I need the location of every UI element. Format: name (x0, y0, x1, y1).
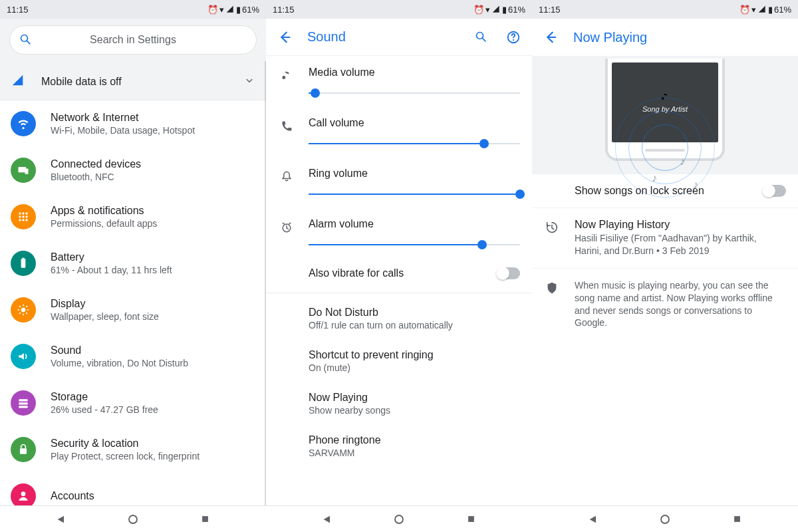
music-note-icon: ♪ (652, 172, 657, 184)
security-icon (11, 437, 36, 462)
banner-text: Mobile data is off (41, 76, 229, 88)
svg-rect-23 (19, 402, 27, 404)
option-subtitle: SARVAMM (309, 448, 520, 458)
back-arrow-icon (277, 30, 292, 45)
item-title: Accounts (51, 490, 255, 502)
nav-home-button[interactable] (127, 513, 139, 525)
nav-back-button[interactable] (587, 513, 599, 525)
storage-icon (11, 390, 36, 416)
option-subtitle: Show nearby songs (309, 405, 520, 416)
settings-main-pane: 11:15 ⏰ ▾ ▮ 61% Search in Settings Mobil… (0, 0, 266, 505)
battery-percent: 61% (242, 5, 259, 15)
settings-item-wifi[interactable]: Network & Internet Wi-Fi, Mobile, Data u… (0, 100, 266, 147)
signal-off-icon (11, 73, 27, 90)
back-button[interactable] (537, 24, 564, 51)
alarm-icon (278, 221, 295, 234)
volume-slider[interactable] (309, 237, 520, 253)
vibrate-for-calls-row[interactable]: Also vibrate for calls (266, 258, 532, 289)
status-indicators: ⏰ ▾ ▮ 61% (473, 5, 525, 15)
item-subtitle: 61% - About 1 day, 11 hrs left (51, 265, 255, 275)
help-button[interactable] (500, 24, 527, 51)
nav-recents-button[interactable] (465, 513, 477, 525)
settings-item-display[interactable]: Display Wallpaper, sleep, font size (0, 287, 266, 333)
item-title: Connected devices (51, 158, 255, 170)
now-playing-history-row[interactable]: Now Playing History Hasili Fisiliye (Fro… (532, 208, 798, 269)
sound-option-row[interactable]: Now Playing Show nearby songs (266, 382, 532, 425)
phone-icon (278, 120, 295, 133)
volume-slider[interactable] (309, 85, 520, 101)
nav-recents-button[interactable] (199, 513, 211, 525)
volume-slider[interactable] (309, 186, 520, 202)
sound-icon (11, 344, 36, 369)
mobile-data-banner[interactable]: Mobile data is off (0, 64, 266, 100)
sound-option-row[interactable]: Do Not Disturb Off/1 rule can turn on au… (266, 297, 532, 340)
slider-label: Media volume (309, 66, 520, 78)
sound-options-list: Do Not Disturb Off/1 rule can turn on au… (266, 297, 532, 467)
svg-rect-9 (25, 169, 29, 174)
slider-label: Call volume (309, 117, 520, 129)
alarm-status-icon: ⏰ (739, 5, 750, 15)
show-on-lockscreen-row[interactable]: Show songs on lock screen (532, 174, 798, 208)
svg-point-18 (25, 219, 27, 221)
svg-point-14 (22, 215, 24, 217)
search-button[interactable] (468, 24, 495, 51)
settings-item-devices[interactable]: Connected devices Bluetooth, NFC (0, 147, 266, 194)
history-title: Now Playing History (575, 219, 786, 231)
music-note-icon: ♪ (680, 156, 685, 168)
hero-caption: Song by Artist (642, 105, 688, 113)
search-placeholder: Search in Settings (19, 34, 247, 46)
nav-segment (532, 506, 798, 532)
settings-item-security[interactable]: Security & location Play Protect, screen… (0, 426, 266, 473)
display-icon (11, 297, 36, 323)
svg-point-12 (25, 212, 27, 214)
svg-rect-24 (19, 406, 27, 408)
nav-home-button[interactable] (393, 513, 405, 525)
show-lockscreen-switch[interactable] (763, 185, 786, 197)
history-icon (544, 220, 560, 235)
volume-slider[interactable] (309, 136, 520, 152)
settings-item-sound[interactable]: Sound Volume, vibration, Do Not Disturb (0, 333, 266, 380)
nav-home-button[interactable] (659, 513, 671, 525)
settings-item-apps[interactable]: Apps & notifications Permissions, defaul… (0, 194, 266, 240)
back-button[interactable] (271, 24, 298, 51)
settings-item-account[interactable]: Accounts (0, 473, 266, 505)
search-bar-container: Search in Settings (0, 19, 266, 64)
page-title: Sound (307, 29, 463, 45)
battery-icon (11, 251, 36, 276)
alarm-status-icon: ⏰ (473, 5, 484, 15)
settings-item-storage[interactable]: Storage 26% used - 47.27 GB free (0, 380, 266, 426)
nav-back-button[interactable] (321, 513, 333, 525)
nav-segment (266, 506, 532, 532)
divider (266, 293, 532, 293)
wifi-status-icon: ▾ (485, 5, 490, 15)
svg-point-17 (22, 219, 24, 221)
battery-percent: 61% (508, 5, 525, 15)
settings-item-battery[interactable]: Battery 61% - About 1 day, 11 hrs left (0, 240, 266, 287)
item-title: Storage (51, 391, 255, 403)
account-icon (11, 483, 36, 505)
sound-option-row[interactable]: Phone ringtone SARVAMM (266, 425, 532, 467)
search-input[interactable]: Search in Settings (9, 25, 257, 55)
phone-mock: Song by Artist (605, 59, 725, 161)
status-indicators: ⏰ ▾ ▮ 61% (739, 5, 791, 15)
item-subtitle: Wi-Fi, Mobile, Data usage, Hotspot (51, 125, 255, 136)
music-note-icon (660, 92, 670, 102)
option-title: Shortcut to prevent ringing (309, 349, 520, 361)
help-icon (506, 30, 521, 45)
vibrate-switch[interactable] (497, 267, 520, 279)
slider-label: Alarm volume (309, 218, 520, 230)
item-title: Display (51, 298, 255, 310)
svg-point-10 (19, 212, 21, 214)
battery-status-icon: ▮ (768, 5, 773, 15)
app-bar: Now Playing (532, 19, 798, 56)
phone-speaker (645, 149, 685, 152)
volume-row-phone: Call volume (266, 106, 532, 157)
sound-option-row[interactable]: Shortcut to prevent ringing On (mute) (266, 340, 532, 382)
nav-back-button[interactable] (55, 513, 67, 525)
option-subtitle: Off/1 rule can turn on automatically (309, 320, 520, 331)
item-title: Apps & notifications (51, 205, 255, 217)
status-time: 11:15 (273, 5, 295, 15)
nav-recents-button[interactable] (731, 513, 743, 525)
wifi-icon (11, 111, 36, 136)
system-navigation (0, 505, 798, 532)
